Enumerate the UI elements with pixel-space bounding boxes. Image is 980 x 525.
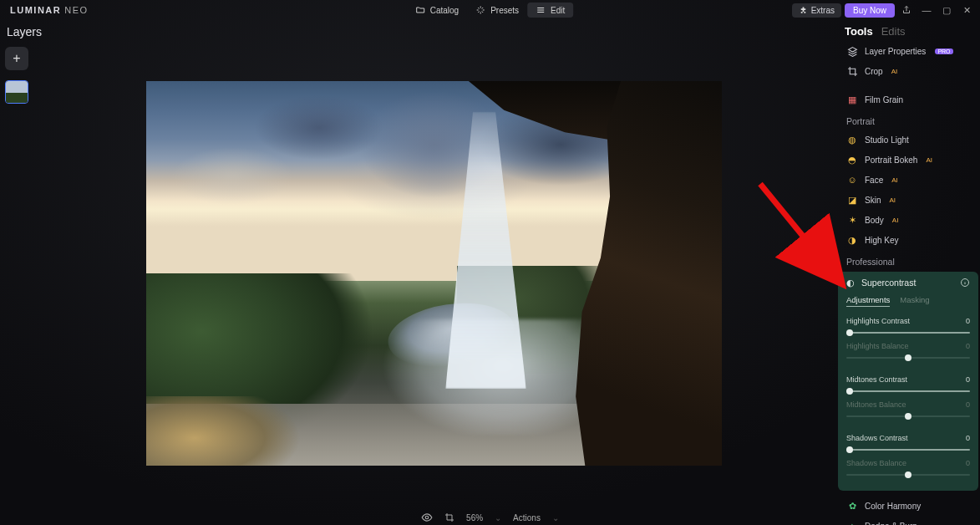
zoom-value[interactable]: 56% xyxy=(466,513,483,522)
color-harmony-label: Color Harmony xyxy=(865,502,921,511)
slider-value: 0 xyxy=(966,459,970,467)
tool-skin[interactable]: ◪ Skin AI xyxy=(836,190,980,210)
tab-edit-label: Edit xyxy=(551,6,565,15)
slider-shadows-balance[interactable]: Shadows Balance0 xyxy=(838,456,978,481)
slider-track[interactable] xyxy=(846,387,970,395)
layers-title: Layers xyxy=(7,25,37,38)
slider-track[interactable] xyxy=(846,354,970,362)
actions-menu[interactable]: Actions xyxy=(513,513,541,522)
slider-value: 0 xyxy=(966,434,970,442)
tab-presets-label: Presets xyxy=(490,6,519,15)
subtab-masking[interactable]: Masking xyxy=(900,295,929,307)
supercontrast-label: Supercontrast xyxy=(861,278,953,288)
slider-label: Shadows Contrast xyxy=(846,434,908,442)
tool-dodge-burn[interactable]: ♠ Dodge & Burn xyxy=(836,516,980,525)
layer-thumbnail[interactable] xyxy=(5,80,28,104)
crop-label: Crop xyxy=(865,67,883,76)
tab-tools[interactable]: Tools xyxy=(845,25,873,38)
face-label: Face xyxy=(865,176,883,185)
tool-color-harmony[interactable]: ✿ Color Harmony xyxy=(836,496,980,516)
tab-catalog[interactable]: Catalog xyxy=(407,3,467,18)
top-right-group: Extras Buy Now — ▢ ✕ xyxy=(792,2,975,18)
ai-badge: AI xyxy=(891,176,898,184)
color-harmony-icon: ✿ xyxy=(846,500,858,512)
tool-portrait-bokeh[interactable]: ◓ Portrait Bokeh AI xyxy=(836,150,980,170)
svg-point-0 xyxy=(425,516,429,519)
plus-icon: + xyxy=(13,51,20,66)
subtab-adjustments[interactable]: Adjustments xyxy=(846,295,890,307)
extras-button[interactable]: Extras xyxy=(792,3,841,18)
tool-studio-light[interactable]: ◍ Studio Light xyxy=(836,130,980,150)
sparkle-icon xyxy=(475,5,485,15)
crop-icon xyxy=(846,65,858,77)
tool-face[interactable]: ☺ Face AI xyxy=(836,170,980,190)
info-icon[interactable] xyxy=(960,278,970,288)
slider-track[interactable] xyxy=(846,471,970,479)
portrait-bokeh-label: Portrait Bokeh xyxy=(865,155,917,165)
tool-high-key[interactable]: ◑ High Key xyxy=(836,230,980,250)
high-key-icon: ◑ xyxy=(846,234,858,246)
slider-midtones-contrast[interactable]: Midtones Contrast0 xyxy=(838,372,978,397)
tab-edit[interactable]: Edit xyxy=(527,3,573,18)
studio-light-icon: ◍ xyxy=(846,134,858,145)
eye-icon[interactable] xyxy=(421,512,433,523)
slider-track[interactable] xyxy=(846,329,970,337)
crop-small-icon[interactable] xyxy=(444,512,454,522)
tool-body[interactable]: ✶ Body AI xyxy=(836,210,980,230)
top-center-tabs: Catalog Presets Edit xyxy=(407,3,574,18)
slider-label: Highlights Balance xyxy=(846,342,909,350)
svg-line-2 xyxy=(760,184,835,276)
face-icon: ☺ xyxy=(846,174,858,186)
slider-track[interactable] xyxy=(846,412,970,421)
window-minimize-button[interactable]: — xyxy=(918,2,935,18)
category-portrait: Portrait xyxy=(836,110,980,130)
window-close-button[interactable]: ✕ xyxy=(958,2,975,18)
film-grain-label: Film Grain xyxy=(865,95,903,104)
bottom-toolbar: 56% ⌄ Actions ⌄ xyxy=(0,510,980,525)
studio-light-label: Studio Light xyxy=(865,135,909,145)
add-layer-button[interactable]: + xyxy=(5,47,28,70)
high-key-label: High Key xyxy=(865,236,899,245)
slider-value: 0 xyxy=(966,342,970,350)
ai-badge: AI xyxy=(891,68,898,75)
tool-film-grain[interactable]: ▦ Film Grain xyxy=(836,89,980,110)
app-root: LUMINAR NEO Catalog Presets Edit Extras xyxy=(0,0,980,525)
window-maximize-button[interactable]: ▢ xyxy=(938,2,955,18)
right-tabs: Tools Edits xyxy=(836,20,980,41)
tool-supercontrast[interactable]: ◐ Supercontrast Adjustments Masking High… xyxy=(838,272,978,491)
slider-value: 0 xyxy=(966,317,970,325)
body-icon: ✶ xyxy=(846,214,858,226)
layer-properties-label: Layer Properties xyxy=(865,47,926,56)
slider-label: Midtones Balance xyxy=(846,400,906,409)
slider-shadows-contrast[interactable]: Shadows Contrast0 xyxy=(838,431,978,456)
slider-track[interactable] xyxy=(846,446,970,454)
extras-label: Extras xyxy=(811,6,835,15)
slider-label: Midtones Contrast xyxy=(846,375,907,384)
tab-presets[interactable]: Presets xyxy=(467,3,527,18)
dodge-burn-icon: ♠ xyxy=(846,520,858,525)
film-grain-icon: ▦ xyxy=(846,94,858,105)
chevron-down-icon[interactable]: ⌄ xyxy=(552,513,559,522)
tool-crop[interactable]: Crop AI xyxy=(836,61,980,81)
buy-now-label: Buy Now xyxy=(853,6,886,15)
tab-edits[interactable]: Edits xyxy=(881,25,906,38)
slider-highlights-contrast[interactable]: Highlights Contrast0 xyxy=(838,313,978,339)
category-professional: Professional xyxy=(836,250,980,270)
pro-badge: PRO xyxy=(935,48,952,54)
supercontrast-header[interactable]: ◐ Supercontrast xyxy=(838,272,978,293)
body-label: Body xyxy=(865,216,884,225)
tool-layer-properties[interactable]: Layer Properties PRO xyxy=(836,41,980,61)
supercontrast-icon: ◐ xyxy=(846,278,855,288)
ai-badge: AI xyxy=(889,196,896,204)
photo-preview xyxy=(146,81,722,466)
logo-main: LUMINAR xyxy=(10,5,61,15)
buy-now-button[interactable]: Buy Now xyxy=(845,3,895,18)
right-panel: Tools Edits Layer Properties PRO Crop AI… xyxy=(836,20,980,525)
share-icon[interactable] xyxy=(898,2,915,18)
image-canvas[interactable] xyxy=(146,81,722,466)
app-logo: LUMINAR NEO xyxy=(5,5,89,15)
chevron-down-icon[interactable]: ⌄ xyxy=(495,513,501,522)
topbar: LUMINAR NEO Catalog Presets Edit Extras xyxy=(0,0,980,20)
slider-midtones-balance[interactable]: Midtones Balance0 xyxy=(838,397,978,422)
slider-highlights-balance[interactable]: Highlights Balance0 xyxy=(838,339,978,364)
